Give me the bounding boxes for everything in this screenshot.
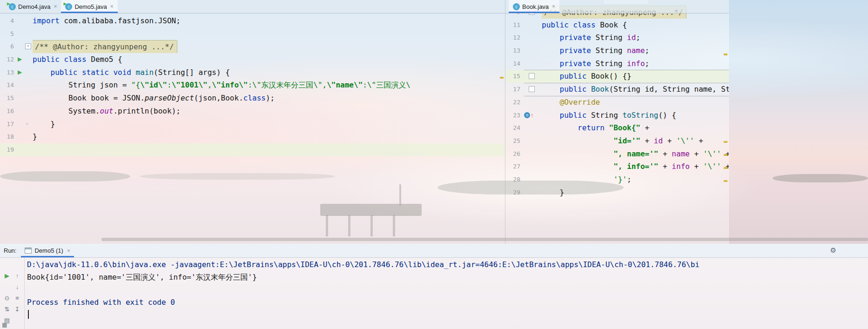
code-token: info xyxy=(672,162,690,171)
code-text[interactable]: private String info; xyxy=(542,57,729,70)
warning-stripe-mark[interactable] xyxy=(724,167,727,169)
code-line[interactable]: 28 '}'; xyxy=(505,173,729,186)
code-token: String xyxy=(586,111,622,120)
code-text[interactable]: public class Book { xyxy=(542,19,729,32)
fold-end-icon[interactable]: ^ xyxy=(26,119,28,132)
code-text[interactable]: "id='" + id + '\'' + xyxy=(542,134,729,148)
close-icon[interactable]: × xyxy=(110,3,114,10)
console-line[interactable]: Process finished with exit code 0 xyxy=(27,296,868,309)
code-text[interactable]: ", name='" + name + '\'' + xyxy=(542,148,729,161)
pause-output-icon[interactable]: ⊙ xyxy=(3,295,11,302)
code-line[interactable]: 5 xyxy=(0,27,505,40)
code-line[interactable]: 17 public Book(String id, String name, S… xyxy=(505,83,729,96)
tab-book-java[interactable]: c Book.java × xyxy=(509,0,559,13)
editor-pane-book[interactable]: c Book.java × 5/** @Author: zhangyunpeng… xyxy=(505,0,729,244)
code-line[interactable]: 26 ", name='" + name + '\'' + xyxy=(505,148,729,161)
rerun-icon[interactable]: ▶ xyxy=(3,272,11,279)
code-text[interactable]: public Book() {} xyxy=(542,70,729,83)
code-text[interactable]: return "Book{" + xyxy=(542,121,729,134)
java-class-icon: c▶ xyxy=(65,3,72,10)
code-line[interactable]: 22 @Override xyxy=(505,96,729,109)
close-icon[interactable]: × xyxy=(552,3,555,10)
code-token: + xyxy=(721,162,729,171)
run-line-icon[interactable]: ▶ xyxy=(18,66,22,79)
fold-region-icon[interactable] xyxy=(529,86,535,92)
code-text[interactable]: public static void main(String[] args) { xyxy=(33,66,505,79)
code-area[interactable]: 4import com.alibaba.fastjson.JSON;56+/**… xyxy=(0,14,505,156)
close-icon[interactable]: × xyxy=(54,3,57,10)
code-line[interactable]: 6+/** @Author: zhangyunpeng ...*/ xyxy=(0,40,505,53)
code-line[interactable]: 15 Book book = JSON.parseObject(json,Boo… xyxy=(0,92,505,105)
warning-stripe-mark[interactable] xyxy=(724,154,727,156)
java-class-icon: c▶ xyxy=(9,3,16,10)
layout-grid-icon[interactable]: ▦ xyxy=(2,322,7,328)
code-line[interactable]: 18} xyxy=(0,130,505,143)
close-icon[interactable]: × xyxy=(67,248,70,254)
warning-stripe-mark[interactable] xyxy=(724,141,727,143)
code-line[interactable]: 25 "id='" + id + '\'' + xyxy=(505,134,729,148)
code-text[interactable]: public class Demo5 { xyxy=(33,53,505,66)
tab-demo4-java[interactable]: c▶ Demo4.java × xyxy=(5,0,61,13)
code-text[interactable]: ", info='" + info + '\'' + xyxy=(542,160,729,173)
warning-stripe-mark[interactable] xyxy=(500,77,504,79)
soft-wrap-icon[interactable]: ≡ xyxy=(13,295,21,302)
code-text[interactable]: public String toString() { xyxy=(542,109,729,122)
up-stack-icon[interactable]: ↑ xyxy=(13,272,21,279)
code-line[interactable]: 27 ", info='" + info + '\'' + xyxy=(505,160,729,173)
jump-end-icon[interactable]: ↧ xyxy=(13,306,21,313)
code-line[interactable]: 23o↑ public String toString() { xyxy=(505,109,729,122)
code-text[interactable]: } xyxy=(33,118,505,131)
code-line[interactable]: 14 private String info; xyxy=(505,57,729,70)
code-text[interactable]: public Book(String id, String name, Stri… xyxy=(542,83,729,96)
code-line[interactable]: 17^ } xyxy=(0,118,505,131)
code-text[interactable] xyxy=(33,143,505,156)
code-line[interactable]: 11public class Book { xyxy=(505,19,729,32)
editor-pane-demo5[interactable]: c▶ Demo4.java × c▶ Demo5.java × 4import … xyxy=(0,0,505,244)
code-text[interactable]: '}'; xyxy=(542,173,729,186)
gutter-icon-area: ^ xyxy=(14,118,33,131)
override-method-icon[interactable]: o xyxy=(524,112,530,118)
code-line[interactable]: 16 System.out.println(book); xyxy=(0,105,505,118)
gear-icon[interactable]: ⚙ xyxy=(830,246,836,255)
warning-stripe-mark[interactable] xyxy=(724,54,727,55)
code-line[interactable]: 19 xyxy=(0,143,505,156)
code-text[interactable]: System.out.println(book); xyxy=(33,105,505,118)
code-text[interactable]: String json = "{\"id\":\"1001\",\"info\"… xyxy=(33,79,505,92)
code-text[interactable] xyxy=(33,27,505,40)
run-line-icon[interactable]: ▶ xyxy=(18,53,22,66)
down-stack-icon[interactable]: ↓ xyxy=(13,283,21,290)
fold-region-icon[interactable] xyxy=(529,73,535,79)
console-output[interactable]: D:\java\jdk-11.0.6\bin\java.exe -javaage… xyxy=(24,257,868,329)
console-line[interactable]: Book{id='1001', name='三国演义', info='东汉末年分… xyxy=(27,271,868,283)
scroll-end-icon[interactable]: ⇅ xyxy=(3,306,11,313)
code-token: Book xyxy=(591,85,609,94)
run-tab-demo5[interactable]: Demo5 (1) × xyxy=(21,244,74,257)
code-text[interactable]: import com.alibaba.fastjson.JSON; xyxy=(33,14,505,27)
code-line[interactable]: 13▶ public static void main(String[] arg… xyxy=(0,66,505,79)
code-text[interactable]: } xyxy=(33,130,505,143)
code-token: public xyxy=(560,85,587,94)
code-text[interactable]: private String id; xyxy=(542,31,729,44)
console-line[interactable]: D:\java\jdk-11.0.6\bin\java.exe -javaage… xyxy=(27,258,868,271)
code-line[interactable]: 13 private String name; xyxy=(505,44,729,57)
tab-demo5-java[interactable]: c▶ Demo5.java × xyxy=(61,0,117,13)
horizontal-scrollbar[interactable] xyxy=(101,238,868,241)
code-line[interactable]: 4import com.alibaba.fastjson.JSON; xyxy=(0,14,505,27)
code-line[interactable]: 29 } xyxy=(505,186,729,199)
console-line[interactable] xyxy=(27,283,868,296)
code-line[interactable]: 15 public Book() {} xyxy=(505,70,729,83)
code-area[interactable]: 5/** @Author: zhangyunpeng ...*/11public… xyxy=(505,6,729,199)
code-token: String xyxy=(591,33,627,42)
code-token: public xyxy=(560,111,587,120)
warning-stripe-mark[interactable] xyxy=(724,180,727,182)
code-line[interactable]: 14 String json = "{\"id\":\"1001\",\"inf… xyxy=(0,79,505,92)
code-text[interactable]: private String name; xyxy=(542,44,729,57)
code-text[interactable]: @Override xyxy=(542,96,729,109)
code-text[interactable]: } xyxy=(542,186,729,199)
code-text[interactable]: /** @Author: zhangyunpeng ...*/ xyxy=(33,40,505,53)
fold-expand-icon[interactable]: + xyxy=(25,43,31,49)
code-text[interactable]: Book book = JSON.parseObject(json,Book.c… xyxy=(33,92,505,105)
code-line[interactable]: 24 return "Book{" + xyxy=(505,121,729,134)
code-line[interactable]: 12 private String id; xyxy=(505,31,729,44)
code-line[interactable]: 12▶public class Demo5 { xyxy=(0,53,505,66)
